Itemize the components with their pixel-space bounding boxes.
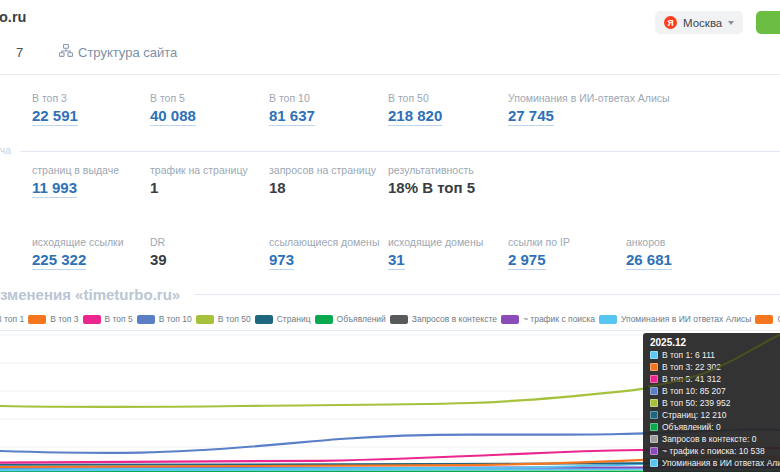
stat-dr: DR 39 <box>150 236 167 269</box>
tooltip-row: ~ трафик с поиска: 10 538 <box>650 446 780 456</box>
divider <box>194 294 780 295</box>
stat-links-by-ip: ссылки по IP 2 975 <box>508 236 570 270</box>
stat-pages-in-serp: страниц в выдаче 11 993 <box>32 164 119 198</box>
chart-legend: В топ 1 В топ 3 В топ 5 В топ 10 В топ 5… <box>0 314 780 324</box>
changes-section-header: зменения «timeturbo.ru» <box>0 286 780 303</box>
region-label: Москва <box>683 17 722 29</box>
stat-outgoing-links: исходящие ссылки 225 322 <box>32 236 124 270</box>
stat-traffic-per-page: трафик на страницу 1 <box>150 164 248 197</box>
stat-value-link[interactable]: 225 322 <box>32 251 86 270</box>
tooltip-row: В топ 1: 6 111 <box>650 350 780 360</box>
stat-outgoing-domains: исходящие домены 31 <box>388 236 483 270</box>
stat-effectiveness: результативность 18% В топ 5 <box>388 164 475 197</box>
tooltip-color-box <box>650 375 658 383</box>
stat-value-link[interactable]: 2 975 <box>508 251 546 270</box>
legend-color-box <box>501 315 519 324</box>
tooltip-row: Запросов в контексте: 0 <box>650 434 780 444</box>
tooltip-color-box <box>650 387 658 395</box>
legend-color-box <box>755 315 773 324</box>
stat-top3: В топ 3 22 591 <box>32 92 78 126</box>
legend-item-search-traffic[interactable]: ~ трафик с поиска <box>501 314 595 324</box>
stat-value: 18% В топ 5 <box>388 179 475 196</box>
stat-label: ссылки по IP <box>508 236 570 248</box>
tooltip-row: В топ 50: 239 952 <box>650 398 780 408</box>
stat-top50: В топ 50 218 820 <box>388 92 442 126</box>
site-domain: o.ru <box>0 9 26 25</box>
legend-item-context-queries[interactable]: Запросов в контексте <box>390 314 497 324</box>
tooltip-color-box <box>650 351 658 359</box>
site-structure-label: Структура сайта <box>78 45 177 60</box>
stat-value-link[interactable]: 973 <box>269 251 294 270</box>
stat-value-link[interactable]: 11 993 <box>32 179 77 198</box>
tooltip-row: Упоминания в ИИ ответах Алисы: 25 1 <box>650 458 780 468</box>
legend-item-pages[interactable]: Страниц <box>255 314 311 324</box>
stat-label: В топ 5 <box>150 92 196 104</box>
stat-value: 18 <box>269 179 286 196</box>
stat-label: Упоминания в ИИ-ответах Алисы <box>508 92 670 104</box>
stat-value-link[interactable]: 31 <box>388 251 405 270</box>
stat-label: результативность <box>388 164 475 176</box>
changes-section-title: зменения «timeturbo.ru» <box>0 286 180 303</box>
tooltip-color-box <box>650 423 658 431</box>
chart-tooltip: 2025.12 В топ 1: 6 111 В топ 3: 22 302 В… <box>643 333 780 472</box>
stat-value-link[interactable]: 22 591 <box>32 107 78 126</box>
legend-color-box <box>196 315 214 324</box>
legend-color-box <box>255 315 273 324</box>
divider <box>20 151 780 152</box>
legend-color-box <box>28 315 46 324</box>
stat-ai-mentions: Упоминания в ИИ-ответах Алисы 27 745 <box>508 92 670 126</box>
yandex-icon: Я <box>664 16 677 29</box>
nav-count: 7 <box>16 45 23 60</box>
section-divider-label: ча <box>0 145 11 156</box>
legend-item-top1[interactable]: В топ 1 <box>0 314 24 324</box>
stat-anchors: анкоров 26 681 <box>626 236 672 270</box>
tooltip-row: Страниц: 12 210 <box>650 410 780 420</box>
stat-label: анкоров <box>626 236 672 248</box>
stat-label: В топ 50 <box>388 92 442 104</box>
region-selector-button[interactable]: Я Москва <box>655 11 743 34</box>
divider <box>0 330 780 331</box>
tooltip-color-box <box>650 435 658 443</box>
legend-color-box <box>83 315 101 324</box>
stat-value-link[interactable]: 26 681 <box>626 251 672 270</box>
stat-top10: В топ 10 81 637 <box>269 92 315 126</box>
stat-label: В топ 3 <box>32 92 78 104</box>
legend-color-box <box>599 315 617 324</box>
tooltip-row: В топ 5: 41 312 <box>650 374 780 384</box>
tooltip-row: В топ 3: 22 302 <box>650 362 780 372</box>
legend-color-box <box>137 315 155 324</box>
stat-value-link[interactable]: 27 745 <box>508 107 554 126</box>
dashboard: o.ru Я Москва 7 Структура сайта В топ 3 … <box>0 0 780 472</box>
stat-referring-domains: ссылающиеся домены 973 <box>269 236 379 270</box>
primary-action-button[interactable] <box>756 11 780 34</box>
divider <box>0 74 780 75</box>
stat-value: 1 <box>150 179 158 196</box>
stat-label: страниц в выдаче <box>32 164 119 176</box>
stat-label: исходящие домены <box>388 236 483 248</box>
stat-value-link[interactable]: 40 088 <box>150 107 196 126</box>
stat-label: ссылающиеся домены <box>269 236 379 248</box>
tooltip-color-box <box>650 459 658 467</box>
chevron-down-icon <box>728 21 734 25</box>
sitemap-icon <box>59 43 73 61</box>
legend-item-top5[interactable]: В топ 5 <box>83 314 133 324</box>
legend-color-box <box>390 315 408 324</box>
stat-label: запросов на страницу <box>269 164 376 176</box>
legend-item-ads[interactable]: Объявлений <box>315 314 386 324</box>
legend-item-ai-mentions[interactable]: Упоминания в ИИ ответах Алисы <box>599 314 751 324</box>
stat-value-link[interactable]: 218 820 <box>388 107 442 126</box>
legend-color-box <box>315 315 333 324</box>
stat-label: DR <box>150 236 167 248</box>
stat-queries-per-page: запросов на страницу 18 <box>269 164 376 197</box>
legend-item-top3[interactable]: В топ 3 <box>28 314 78 324</box>
legend-item-top50[interactable]: В топ 50 <box>196 314 251 324</box>
stat-top5: В топ 5 40 088 <box>150 92 196 126</box>
tooltip-color-box <box>650 363 658 371</box>
legend-item-top10[interactable]: В топ 10 <box>137 314 192 324</box>
site-structure-link[interactable]: Структура сайта <box>59 43 177 61</box>
tooltip-row: В топ 10: 85 207 <box>650 386 780 396</box>
stat-label: исходящие ссылки <box>32 236 124 248</box>
stat-value-link[interactable]: 81 637 <box>269 107 315 126</box>
legend-item-hide[interactable]: Скры <box>755 314 780 324</box>
tooltip-color-box <box>650 399 658 407</box>
